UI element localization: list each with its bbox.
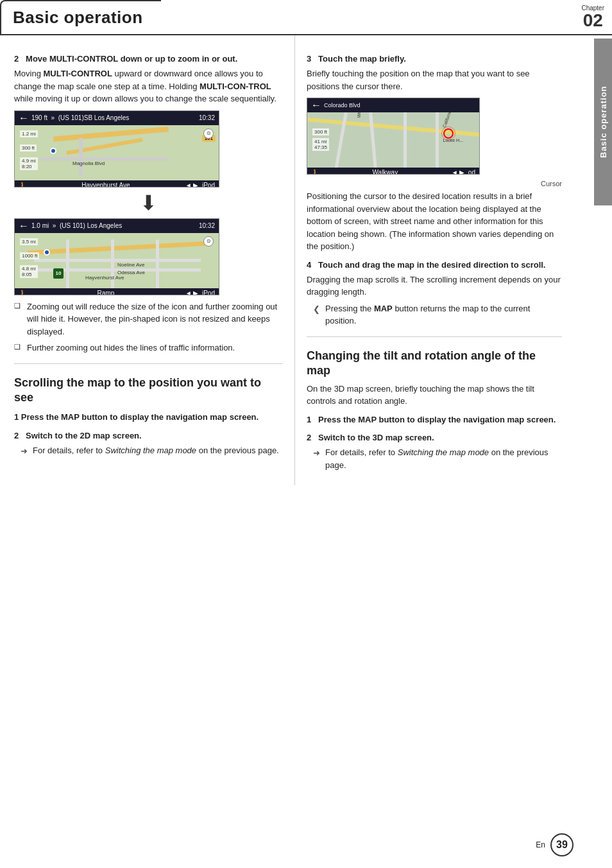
map2-street: Ramp [98, 290, 115, 295]
section-divider [14, 363, 283, 364]
map1-media: ◄ ▶ iPod [185, 182, 215, 187]
sidebar-tab: Basic operation [594, 39, 612, 205]
map2-route-text: 1.0 mi » (US 101) Los Angeles [31, 222, 199, 229]
right-map-route-icon: ← [311, 100, 321, 111]
map2-bottom-icon: 🚶 [19, 290, 26, 295]
step2-heading: 2 Move MULTI-CONTROL down or up to zoom … [14, 53, 283, 65]
map1-bottom-icon: 🚶 [19, 182, 26, 187]
change-arrow-icon: ➜ [313, 447, 320, 460]
map1-route-icon: ← [19, 112, 29, 124]
map2-time: 10:32 [199, 222, 215, 229]
page-header: Basic operation Chapter 02 [0, 0, 612, 35]
scroll-step2-detail: ➜ For details, refer to Switching the ma… [21, 444, 283, 458]
map2-media: ◄ ▶ iPod [185, 290, 215, 295]
map1-route-text: 190 ft » (US 101)SB Los Angeles [31, 114, 199, 121]
map1-bottombar: 🚶 Hayvenhurst Ave ◄ ▶ iPod [15, 180, 219, 187]
page-number: 39 [550, 833, 574, 856]
step4-arrow-icon: ❮ [313, 303, 320, 316]
right-map-route: Colorado Blvd [324, 102, 475, 108]
map2-route-icon: ← [19, 220, 29, 232]
right-column: 3 Touch the map briefly. Briefly touchin… [295, 35, 594, 485]
change-step2-detail: ➜ For details, refer to Switching the ma… [313, 446, 562, 471]
right-map-walkway: Walkway [373, 169, 398, 175]
step4-body: Dragging the map scrolls it. The scrolli… [307, 273, 562, 299]
step3-heading: 3 Touch the map briefly. [307, 53, 562, 65]
step4-heading: 4 Touch and drag the map in the desired … [307, 259, 562, 271]
bullet-item-1: Zooming out will reduce the size of the … [14, 300, 283, 338]
page-footer: En 39 [536, 833, 574, 856]
scroll-step1: 1 Press the MAP button to display the na… [14, 412, 283, 423]
right-map-bottom: 🚶 Walkway ◄ ▶ od [307, 168, 479, 175]
step3-cursor-desc: Positioning the cursor to the desired lo… [307, 190, 562, 253]
step3-body: Briefly touching the position on the map… [307, 67, 562, 92]
scrolling-section-title: Scrolling the map to the position you wa… [14, 376, 283, 406]
scroll-step2: 2 Switch to the 2D map screen. [14, 430, 283, 442]
map2-topbar: ← 1.0 mi » (US 101) Los Angeles 10:32 [15, 219, 219, 233]
arrow-icon: ➜ [21, 445, 28, 458]
footer-lang: En [536, 840, 545, 849]
bullet-item-2: Further zooming out hides the lines of t… [14, 342, 283, 354]
map1-time: 10:32 [199, 114, 215, 121]
right-map-bottom-icon: 🚶 [311, 169, 319, 175]
zoom-arrow: ⬇ [14, 193, 283, 213]
page-title: Basic operation [13, 8, 143, 28]
map1-topbar: ← 190 ft » (US 101)SB Los Angeles 10:32 [15, 111, 219, 125]
chapter-info: Chapter 02 [574, 0, 612, 34]
right-map-media: ◄ ▶ od [452, 169, 475, 175]
step2-number: 2 Move MULTI-CONTROL down or up to zoom … [14, 54, 237, 64]
left-column: 2 Move MULTI-CONTROL down or up to zoom … [0, 35, 295, 485]
step4-bullet: ❮ Pressing the MAP button returns the ma… [313, 302, 562, 327]
map-screenshot-2: ← 1.0 mi » (US 101) Los Angeles 10:32 3.… [14, 218, 283, 295]
changing-body: On the 3D map screen, briefly touching t… [307, 383, 562, 408]
header-title-box: Basic operation [0, 0, 161, 34]
right-map-container: ← Colorado Blvd 300 ft 41 mi47:35 Westmi… [307, 98, 562, 187]
map-image-1: ← 190 ft » (US 101)SB Los Angeles 10:32 … [14, 110, 219, 187]
chapter-num: 02 [583, 12, 603, 30]
cursor-label: Cursor [307, 180, 562, 187]
change-step2: 2 Switch to the 3D map screen. [307, 432, 562, 444]
step2-body: Moving MULTI-CONTROL upward or downward … [14, 67, 283, 105]
map-screenshot-1: ← 190 ft » (US 101)SB Los Angeles 10:32 … [14, 110, 283, 187]
changing-title: Changing the tilt and rotation angle of … [307, 349, 562, 379]
map2-bottombar: 🚶 Ramp ◄ ▶ iPod [15, 288, 219, 295]
right-map-topbar: ← Colorado Blvd [307, 98, 479, 112]
bullet-list: Zooming out will reduce the size of the … [14, 300, 283, 354]
page-content: 2 Move MULTI-CONTROL down or up to zoom … [0, 35, 612, 485]
map1-street: Hayvenhurst Ave [81, 182, 130, 187]
change-step1: 1 Press the MAP button to display the na… [307, 414, 562, 426]
right-section-divider [307, 336, 562, 337]
right-map-image: ← Colorado Blvd 300 ft 41 mi47:35 Westmi… [307, 98, 480, 175]
map-image-2: ← 1.0 mi » (US 101) Los Angeles 10:32 3.… [14, 218, 219, 295]
